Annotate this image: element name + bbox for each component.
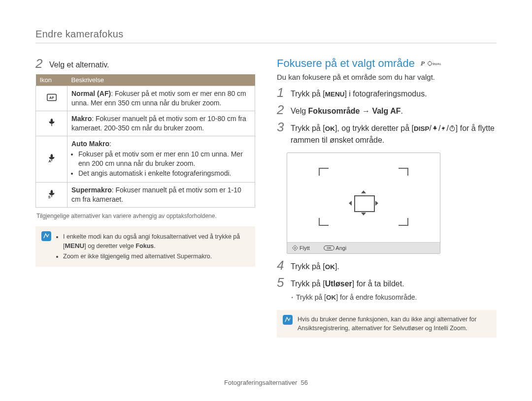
step-number: 2 xyxy=(35,57,44,70)
step-5-sublist: Trykk på [OK] for å endre fokusområde. xyxy=(292,293,497,301)
focus-options-table: Ikon Beskrivelse AF Normal (AF): Fokuser… xyxy=(35,74,255,208)
row-title: Supermakro xyxy=(71,186,112,194)
th-desc: Beskrivelse xyxy=(67,74,255,86)
step-number: 1 xyxy=(277,86,286,99)
svg-text:OK: OK xyxy=(327,247,332,249)
info-note-block: Hvis du bruker denne funksjonen, kan du … xyxy=(277,310,497,338)
mode-dual-icon: DUAL xyxy=(428,60,442,67)
right-step-3: 3 Trykk på [OK], og trykk deretter på [D… xyxy=(277,121,497,145)
mode-p-icon: P xyxy=(421,60,425,67)
cell-desc: Makro: Fokuser manuelt på et motiv som e… xyxy=(67,111,255,136)
info-note-icon xyxy=(41,231,51,241)
step-number: 5 xyxy=(277,276,286,289)
right-step-1: 1 Trykk på [MENU] i fotograferingsmodus. xyxy=(277,86,497,99)
th-icon: Ikon xyxy=(36,74,67,86)
macro-icon xyxy=(432,125,438,132)
content-columns: 2 Velg et alternativ. Ikon Beskrivelse A… xyxy=(35,57,497,338)
info-note-text: Hvis du bruker denne funksjonen, kan du … xyxy=(298,315,491,333)
table-header-row: Ikon Beskrivelse xyxy=(36,74,255,86)
footer-section: Fotograferingsalternativer xyxy=(224,379,297,386)
shutter-key-label: Utløser xyxy=(325,279,352,288)
row-bullets: Fokuser på et motiv som er mer enn 10 cm… xyxy=(71,150,251,179)
left-column: 2 Velg et alternativ. Ikon Beskrivelse A… xyxy=(35,57,255,338)
focus-target-box xyxy=(354,195,375,212)
af-frame-corner xyxy=(319,168,329,176)
lcd-preview: Flytt OK Angi xyxy=(287,153,440,254)
table-row: Makro: Fokuser manuelt på et motiv som e… xyxy=(36,111,255,136)
ok-key-label: OK xyxy=(325,263,335,271)
right-step-2: 2 Velg Fokusområde → Valg AF. xyxy=(277,103,497,117)
nav-diamond-icon xyxy=(292,245,298,251)
section-heading: Fokusere på et valgt område P DUAL xyxy=(277,57,497,70)
left-step-2: 2 Velg et alternativ. xyxy=(35,57,255,70)
right-step-5: 5 Trykk på [Utløser] for å ta bildet. xyxy=(277,276,497,289)
timer-icon xyxy=(449,125,456,132)
af-frame-corner xyxy=(399,168,408,176)
af-frame-corner xyxy=(319,218,329,226)
cell-icon xyxy=(36,111,67,136)
row-title: Makro xyxy=(71,115,92,123)
menu-key-label: MENU xyxy=(65,242,84,249)
arrow-up-icon xyxy=(361,190,366,193)
row-title: Auto Makro xyxy=(71,140,109,148)
page-root: Endre kamerafokus 2 Velg et alternativ. … xyxy=(0,0,532,401)
normal-af-icon: AF xyxy=(46,92,57,103)
info-note-line: I enkelte modi kan du også angi fokusalt… xyxy=(63,232,249,251)
ok-pill-icon: OK xyxy=(324,245,334,251)
cell-desc: Normal (AF): Fokuser på et motiv som er … xyxy=(67,86,255,111)
cell-desc: Auto Makro: Fokuser på et motiv som er m… xyxy=(67,136,255,183)
super-macro-icon: S xyxy=(46,188,57,199)
footer-page-number: 56 xyxy=(300,379,307,386)
arrow-down-icon xyxy=(361,213,366,216)
step-text: Trykk på [MENU] i fotograferingsmodus. xyxy=(291,86,427,99)
right-step-4: 4 Trykk på [OK]. xyxy=(277,259,497,272)
table-row: A Auto Makro: Fokuser på et motiv som er… xyxy=(36,136,255,183)
disp-key-label: DISP xyxy=(414,125,430,132)
mode-indicator: P DUAL xyxy=(421,60,442,67)
section-intro: Du kan fokusere på et område som du har … xyxy=(277,73,497,81)
lcd-set-hint: OK Angi xyxy=(324,245,346,251)
step-number: 4 xyxy=(277,259,286,272)
step-text: Velg et alternativ. xyxy=(49,57,109,70)
step-text: Trykk på [OK]. xyxy=(291,259,339,272)
cell-icon: A xyxy=(36,136,67,183)
info-note-icon xyxy=(283,315,293,325)
cell-icon: AF xyxy=(36,86,67,111)
arrow-left-icon xyxy=(349,201,352,206)
table-row: AF Normal (AF): Fokuser på et motiv som … xyxy=(36,86,255,111)
bullet: Fokuser på et motiv som er mer enn 10 cm… xyxy=(78,150,251,168)
step-text: Velg Fokusområde → Valg AF. xyxy=(291,103,403,117)
ok-key-label: OK xyxy=(326,294,336,301)
macro-icon xyxy=(46,117,57,127)
bullet: Det angis automatisk i enkelte fotografe… xyxy=(78,169,251,178)
svg-text:DUAL: DUAL xyxy=(433,62,442,65)
row-title: Normal (AF) xyxy=(71,90,111,97)
table-row: S Supermakro: Fokuser manuelt på et moti… xyxy=(36,183,255,208)
ok-key-label: OK xyxy=(325,125,335,132)
row-text: : Fokuser manuelt på et motiv som er 10-… xyxy=(71,115,246,132)
info-note-list: I enkelte modi kan du også angi fokusalt… xyxy=(56,231,249,262)
row-text: : xyxy=(109,140,111,148)
svg-text:A: A xyxy=(48,159,51,163)
step-number: 3 xyxy=(277,121,286,133)
right-column: Fokusere på et valgt område P DUAL Du ka… xyxy=(277,57,497,338)
lcd-status-bar: Flytt OK Angi xyxy=(287,242,440,253)
auto-macro-icon: A xyxy=(46,153,57,163)
arrow-right-icon xyxy=(375,201,378,206)
step-text: Trykk på [OK], og trykk deretter på [DIS… xyxy=(291,121,497,145)
cell-desc: Supermakro: Fokuser manuelt på et motiv … xyxy=(67,183,255,208)
section-heading-text: Fokusere på et valgt område xyxy=(277,57,415,70)
page-header-title: Endre kamerafokus xyxy=(35,29,497,40)
menu-key-label: MENU xyxy=(325,91,345,98)
af-frame-corner xyxy=(399,218,408,226)
header-divider xyxy=(35,43,497,43)
svg-text:S: S xyxy=(48,195,50,199)
info-note-line: Zoom er ikke tilgjengelig med alternativ… xyxy=(63,252,249,261)
info-note-block: I enkelte modi kan du også angi fokusalt… xyxy=(35,226,255,267)
cell-icon: S xyxy=(36,183,67,208)
svg-text:AF: AF xyxy=(49,95,54,99)
lcd-move-hint: Flytt xyxy=(292,245,310,251)
svg-point-7 xyxy=(295,247,296,248)
page-footer: Fotograferingsalternativer 56 xyxy=(0,379,532,386)
sub-bullet: Trykk på [OK] for å endre fokusområde. xyxy=(292,293,497,301)
